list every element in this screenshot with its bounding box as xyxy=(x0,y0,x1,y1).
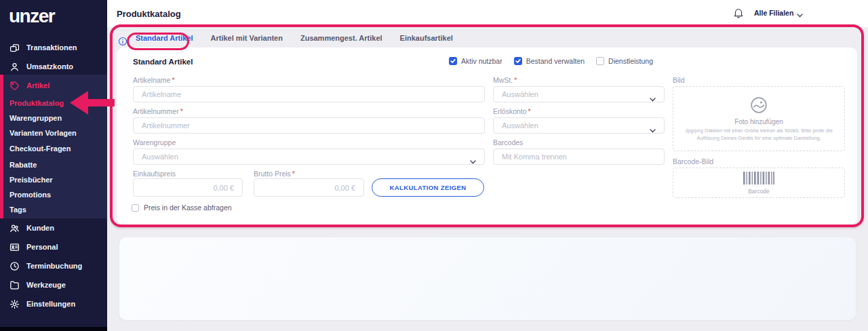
artikelname-input[interactable] xyxy=(133,86,485,102)
sidebar-item-label: Artikel xyxy=(26,81,50,90)
sidebar-item-einstellungen[interactable]: Einstellungen xyxy=(0,296,107,312)
sidebar-subitem-label: Preisbücher xyxy=(9,176,53,184)
einkaufspreis-input[interactable] xyxy=(133,178,243,197)
erloeskonto-label: Erlöskonto* xyxy=(493,107,531,115)
tag-icon xyxy=(9,81,20,91)
photo-upload-hint: Jpg/png Dateien mit einer Größe kleiner … xyxy=(683,128,835,142)
option-checkboxes: Aktiv nutzbar Bestand verwalten Dienstle… xyxy=(449,57,653,65)
checkbox-label: Preis in der Kasse abfragen xyxy=(144,203,232,212)
checkbox-unchecked-icon xyxy=(596,57,604,65)
sidebar-subitem-tags[interactable]: Tags xyxy=(0,202,107,216)
unzer-logo: unzer xyxy=(9,5,54,27)
sidebar-item-kunden[interactable]: Kunden xyxy=(0,220,107,236)
erloeskonto-select[interactable]: Auswählen xyxy=(493,117,665,134)
checkbox-dienstleistung[interactable]: Dienstleistung xyxy=(596,57,653,65)
mwst-label: MwSt.* xyxy=(493,76,517,84)
barcode-caption: Barcode xyxy=(748,188,770,195)
sidebar-subitem-warengruppen[interactable]: Warengruppen xyxy=(0,111,107,125)
user-icon xyxy=(9,62,20,72)
mwst-select[interactable]: Auswählen xyxy=(493,86,665,102)
sidebar-subitem-label: Produktkatalog xyxy=(9,99,64,107)
sidebar-item-label: Einstellungen xyxy=(26,300,75,308)
bell-icon[interactable] xyxy=(732,7,745,19)
clock-icon xyxy=(9,261,20,271)
checkbox-checked-icon xyxy=(449,57,457,65)
barcode-bild-label: Barcode-Bild xyxy=(673,157,713,166)
checkbox-aktiv-nutzbar[interactable]: Aktiv nutzbar xyxy=(449,57,502,65)
tab-standard-artikel[interactable]: Standard Artikel xyxy=(136,34,193,42)
sidebar-subitem-produktkatalog[interactable]: Produktkatalog xyxy=(0,96,107,110)
chevron-down-icon xyxy=(650,123,656,128)
sidebar-item-terminbuchung[interactable]: Terminbuchung xyxy=(0,258,107,274)
photo-upload-dropzone[interactable]: Foto hinzufügen Jpg/png Dateien mit eine… xyxy=(673,86,845,151)
checkbox-preis-in-kasse[interactable]: Preis in der Kasse abfragen xyxy=(132,203,232,212)
select-placeholder: Auswählen xyxy=(502,121,538,130)
sidebar-subitem-promotions[interactable]: Promotions xyxy=(0,187,107,201)
barcodes-label: Barcodes xyxy=(493,138,523,147)
tab-artikel-mit-varianten[interactable]: Artikel mit Varianten xyxy=(211,34,283,42)
checkbox-checked-icon xyxy=(514,57,522,65)
sidebar-item-label: Terminbuchung xyxy=(26,262,82,270)
sidebar-subitem-rabatte[interactable]: Rabatte xyxy=(0,157,107,172)
form-title: Standard Artikel xyxy=(133,58,193,66)
customers-icon xyxy=(9,223,20,233)
sidebar: unzer Transaktionen Umsatzkonto Artikel … xyxy=(0,0,107,331)
top-header: Produktkatalog Alle Filialen xyxy=(107,0,868,27)
checkbox-bestand-verwalten[interactable]: Bestand verwalten xyxy=(514,57,585,65)
sidebar-subitem-label: Tags xyxy=(9,206,26,214)
sidebar-item-label: Personal xyxy=(26,243,58,251)
select-placeholder: Auswählen xyxy=(142,153,178,161)
sidebar-item-artikel[interactable]: Artikel xyxy=(0,77,107,94)
warengruppe-label: Warengruppe xyxy=(133,138,176,147)
barcodes-input[interactable] xyxy=(493,149,665,165)
store-selector[interactable]: Alle Filialen xyxy=(754,9,803,17)
tab-bar: Standard Artikel Artikel mit Varianten Z… xyxy=(136,34,453,42)
sidebar-item-transaktionen[interactable]: Transaktionen xyxy=(0,39,107,56)
chevron-down-icon xyxy=(797,11,803,15)
artikelnummer-input[interactable] xyxy=(133,117,485,134)
sidebar-subitem-label: Rabatte xyxy=(9,161,37,169)
tab-einkaufsartikel[interactable]: Einkaufsartikel xyxy=(400,34,453,42)
checkbox-label: Dienstleistung xyxy=(608,57,653,65)
sidebar-item-label: Werkzeuge xyxy=(26,281,66,289)
chevron-down-icon xyxy=(470,155,476,159)
chevron-down-icon xyxy=(650,92,656,96)
photo-upload-cta: Foto hinzufügen xyxy=(734,118,783,125)
einkaufspreis-label: Einkaufspreis xyxy=(133,170,176,178)
sidebar-subitem-preisbuecher[interactable]: Preisbücher xyxy=(0,172,107,187)
gear-icon xyxy=(9,299,20,309)
sidebar-item-umsatzkonto[interactable]: Umsatzkonto xyxy=(0,58,107,75)
bild-label: Bild xyxy=(673,76,685,84)
info-icon[interactable] xyxy=(118,37,127,46)
artikelname-label: Artikelname* xyxy=(133,76,175,84)
sidebar-subitem-label: Warengruppen xyxy=(9,114,62,122)
sidebar-item-werkzeuge[interactable]: Werkzeuge xyxy=(0,277,107,293)
transactions-icon xyxy=(9,43,20,53)
brutto-preis-label: Brutto Preis* xyxy=(254,170,295,178)
sidebar-item-label: Umsatzkonto xyxy=(26,62,73,71)
sidebar-subitem-label: Promotions xyxy=(9,191,51,199)
select-placeholder: Auswählen xyxy=(502,90,538,98)
sidebar-subitem-label: Varianten Vorlagen xyxy=(9,129,77,137)
sidebar-item-personal[interactable]: Personal xyxy=(0,239,107,255)
sidebar-subitem-varianten-vorlagen[interactable]: Varianten Vorlagen xyxy=(0,125,107,140)
sidebar-footer-strip xyxy=(0,327,107,331)
page-title: Produktkatalog xyxy=(117,9,181,19)
empty-content-panel xyxy=(119,237,856,320)
folder-icon xyxy=(9,280,20,290)
sidebar-subitem-label: Checkout-Fragen xyxy=(9,144,71,153)
photo-icon xyxy=(749,96,768,115)
kalkulation-zeigen-button[interactable]: KALKULATION ZEIGEN xyxy=(372,178,484,197)
store-selector-label: Alle Filialen xyxy=(754,9,793,17)
sidebar-subitem-checkout-fragen[interactable]: Checkout-Fragen xyxy=(0,141,107,155)
badge-icon xyxy=(9,242,20,252)
warengruppe-select[interactable]: Auswählen xyxy=(133,149,485,165)
brutto-preis-input[interactable] xyxy=(254,178,364,197)
checkbox-unchecked-icon xyxy=(132,204,139,212)
checkbox-label: Aktiv nutzbar xyxy=(461,57,502,65)
checkbox-label: Bestand verwalten xyxy=(526,57,585,65)
barcode-preview-box: Barcode xyxy=(673,168,845,198)
sidebar-item-label: Kunden xyxy=(26,224,54,232)
tab-zusammengest-artikel[interactable]: Zusammengest. Artikel xyxy=(300,34,382,42)
barcode-icon xyxy=(743,172,774,187)
